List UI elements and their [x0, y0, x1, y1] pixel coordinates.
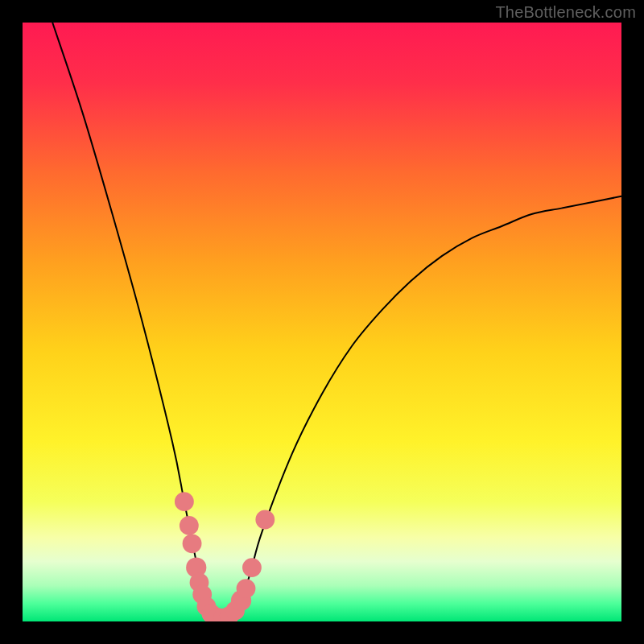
marker-dot [180, 516, 199, 535]
marker-dot [175, 492, 194, 511]
bottleneck-curve [52, 23, 621, 621]
marker-dot [242, 558, 262, 577]
marker-dot [183, 534, 202, 553]
watermark-text: TheBottleneck.com [495, 3, 636, 22]
marker-dot [255, 510, 275, 530]
marker-dot [237, 579, 256, 598]
chart-frame [23, 23, 621, 621]
plot-area [23, 23, 621, 621]
curve-layer [23, 23, 621, 621]
marker-group [175, 492, 275, 621]
